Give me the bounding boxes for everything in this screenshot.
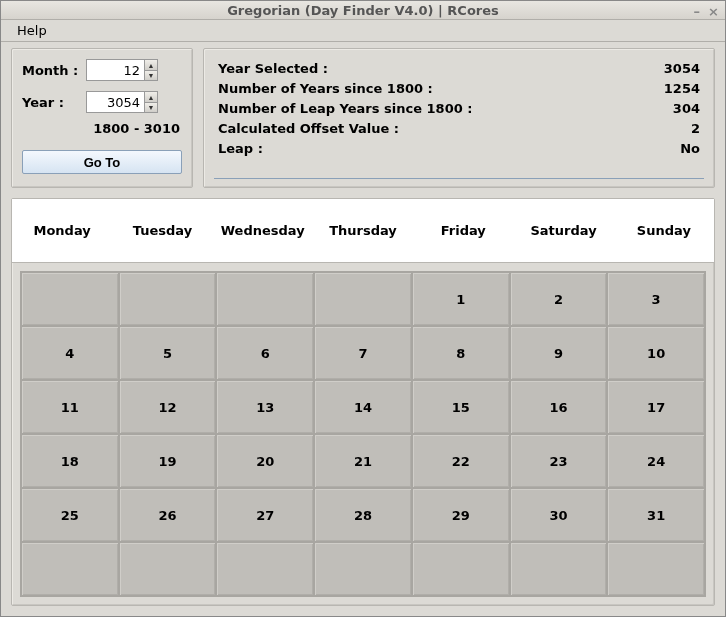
- calendar-day-cell: 1: [413, 273, 511, 327]
- calendar-day-cell: 6: [217, 327, 315, 381]
- content-area: Month : ▲ ▼ Year : ▲: [1, 42, 725, 616]
- close-icon[interactable]: ×: [708, 4, 719, 19]
- year-spinner: ▲ ▼: [86, 91, 158, 113]
- calendar-day-cell: 17: [608, 381, 706, 435]
- calendar-day-cell: 2: [511, 273, 609, 327]
- calendar-header-row: MondayTuesdayWednesdayThursdayFridaySatu…: [12, 199, 714, 263]
- calendar-day-cell: [608, 543, 706, 597]
- calendar-day-cell: 7: [315, 327, 413, 381]
- main-window: Gregorian (Day Finder V4.0) | RCores – ×…: [0, 0, 726, 617]
- calendar-day-cell: 21: [315, 435, 413, 489]
- info-years-since-label: Number of Years since 1800 :: [218, 79, 433, 99]
- calendar-day-cell: 12: [120, 381, 218, 435]
- calendar-day-cell: 9: [511, 327, 609, 381]
- calendar-day-cell: [217, 273, 315, 327]
- info-years-since: Number of Years since 1800 : 1254: [218, 79, 700, 99]
- calendar-day-cell: 28: [315, 489, 413, 543]
- calendar-day-cell: 24: [608, 435, 706, 489]
- info-separator: [214, 178, 704, 179]
- calendar-header-cell: Thursday: [313, 199, 413, 262]
- calendar-day-cell: 15: [413, 381, 511, 435]
- year-spin-up[interactable]: ▲: [144, 91, 158, 102]
- calendar-day-cell: [22, 273, 120, 327]
- calendar-day-cell: [315, 543, 413, 597]
- calendar-day-cell: 5: [120, 327, 218, 381]
- menu-help[interactable]: Help: [9, 20, 55, 41]
- calendar-header-cell: Monday: [12, 199, 112, 262]
- calendar-day-cell: 4: [22, 327, 120, 381]
- calendar-day-cell: 25: [22, 489, 120, 543]
- calendar-day-cell: 14: [315, 381, 413, 435]
- input-panel: Month : ▲ ▼ Year : ▲: [11, 48, 193, 188]
- calendar-day-cell: 26: [120, 489, 218, 543]
- info-year-selected: Year Selected : 3054: [218, 59, 700, 79]
- calendar-day-cell: [511, 543, 609, 597]
- info-year-selected-value: 3054: [664, 59, 700, 79]
- info-leap-label: Leap :: [218, 139, 263, 159]
- month-label: Month :: [22, 63, 86, 78]
- calendar-day-cell: 10: [608, 327, 706, 381]
- calendar-day-cell: 23: [511, 435, 609, 489]
- calendar-header-cell: Tuesday: [112, 199, 212, 262]
- info-panel: Year Selected : 3054 Number of Years sin…: [203, 48, 715, 188]
- month-row: Month : ▲ ▼: [22, 59, 182, 81]
- calendar-day-cell: [217, 543, 315, 597]
- calendar-day-cell: [413, 543, 511, 597]
- year-range-hint: 1800 - 3010: [22, 121, 182, 136]
- minimize-icon[interactable]: –: [694, 4, 701, 19]
- year-spin-buttons: ▲ ▼: [144, 91, 158, 113]
- calendar-grid: 1234567891011121314151617181920212223242…: [20, 271, 706, 597]
- calendar-day-cell: 19: [120, 435, 218, 489]
- calendar-header-cell: Wednesday: [213, 199, 313, 262]
- calendar-day-cell: 8: [413, 327, 511, 381]
- calendar-day-cell: 29: [413, 489, 511, 543]
- calendar-day-cell: 31: [608, 489, 706, 543]
- calendar-day-cell: 22: [413, 435, 511, 489]
- calendar-day-cell: 13: [217, 381, 315, 435]
- calendar-day-cell: 20: [217, 435, 315, 489]
- calendar-day-cell: [120, 543, 218, 597]
- menubar: Help: [1, 20, 725, 42]
- year-row: Year : ▲ ▼: [22, 91, 182, 113]
- month-spinner: ▲ ▼: [86, 59, 158, 81]
- month-spin-up[interactable]: ▲: [144, 59, 158, 70]
- window-controls: – ×: [694, 4, 719, 19]
- calendar-day-cell: 30: [511, 489, 609, 543]
- calendar-day-cell: [120, 273, 218, 327]
- month-input[interactable]: [86, 59, 144, 81]
- info-years-since-value: 1254: [664, 79, 700, 99]
- goto-button[interactable]: Go To: [22, 150, 182, 174]
- info-offset: Calculated Offset Value : 2: [218, 119, 700, 139]
- calendar-day-cell: 11: [22, 381, 120, 435]
- calendar-day-cell: [22, 543, 120, 597]
- window-title: Gregorian (Day Finder V4.0) | RCores: [227, 3, 499, 18]
- info-leap: Leap : No: [218, 139, 700, 159]
- info-offset-value: 2: [691, 119, 700, 139]
- calendar-day-cell: 27: [217, 489, 315, 543]
- calendar-day-cell: [315, 273, 413, 327]
- calendar-day-cell: 16: [511, 381, 609, 435]
- top-row: Month : ▲ ▼ Year : ▲: [11, 48, 715, 188]
- titlebar: Gregorian (Day Finder V4.0) | RCores – ×: [1, 1, 725, 20]
- info-leap-value: No: [680, 139, 700, 159]
- month-spin-down[interactable]: ▼: [144, 70, 158, 81]
- month-spin-buttons: ▲ ▼: [144, 59, 158, 81]
- info-leap-since: Number of Leap Years since 1800 : 304: [218, 99, 700, 119]
- calendar-day-cell: 3: [608, 273, 706, 327]
- calendar-header-cell: Friday: [413, 199, 513, 262]
- calendar-header-cell: Sunday: [614, 199, 714, 262]
- info-offset-label: Calculated Offset Value :: [218, 119, 399, 139]
- info-leap-since-label: Number of Leap Years since 1800 :: [218, 99, 472, 119]
- year-spin-down[interactable]: ▼: [144, 102, 158, 113]
- calendar-panel: MondayTuesdayWednesdayThursdayFridaySatu…: [11, 198, 715, 606]
- year-input[interactable]: [86, 91, 144, 113]
- calendar-body-wrap: 1234567891011121314151617181920212223242…: [12, 263, 714, 605]
- calendar-header-cell: Saturday: [513, 199, 613, 262]
- info-leap-since-value: 304: [673, 99, 700, 119]
- calendar-day-cell: 18: [22, 435, 120, 489]
- year-label: Year :: [22, 95, 86, 110]
- info-year-selected-label: Year Selected :: [218, 59, 328, 79]
